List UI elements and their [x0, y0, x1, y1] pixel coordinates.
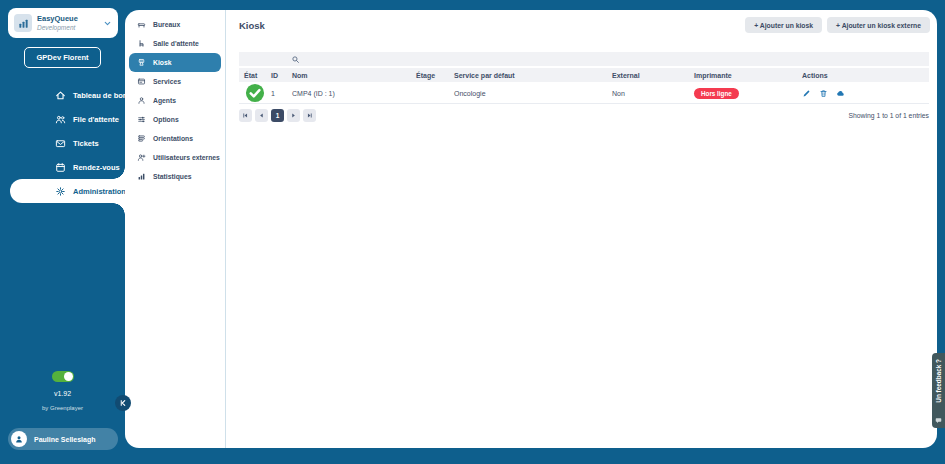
add-kiosk-button[interactable]: + Ajouter un kiosk [745, 17, 822, 33]
content-sheet: BureauxSalle d'attenteKioskServicesAgent… [125, 10, 937, 448]
sidebar-item-administration[interactable]: Administration [10, 179, 125, 203]
home-icon [55, 90, 66, 101]
printer-status-badge: Hors ligne [694, 88, 739, 99]
brand-name: EasyQueue [37, 15, 98, 24]
column-header-service-par-d-faut: Service par défaut [449, 72, 607, 79]
submenu-item-kiosk[interactable]: Kiosk [129, 53, 221, 72]
chevron-down-icon [103, 19, 112, 28]
submenu-item-salle-d-attente[interactable]: Salle d'attente [129, 34, 221, 53]
page-title: Kiosk [239, 20, 265, 31]
toggle-knob [64, 372, 73, 381]
credit-label: by Greenplayer [0, 405, 125, 411]
cell-service: Oncologie [449, 90, 607, 97]
sidebar-item-tickets[interactable]: Tickets [0, 131, 125, 155]
submenu-item-statistiques[interactable]: Statistiques [129, 167, 221, 186]
pagination-first-button[interactable] [239, 109, 252, 122]
brand-environment: Development [37, 24, 98, 31]
sidebar-item-tableau-de-bord[interactable]: Tableau de bord [0, 83, 125, 107]
submenu-item-bureaux[interactable]: Bureaux [129, 15, 221, 34]
version-label: v1.92 [0, 390, 125, 397]
options-icon [137, 115, 146, 124]
version-toggle[interactable] [52, 371, 74, 382]
pagination-page-button[interactable]: 1 [271, 109, 284, 122]
gear-icon [55, 186, 66, 197]
cell-actions [797, 89, 929, 98]
external-users-icon [137, 153, 146, 162]
table-header-row: ÉtatIDNomÉtageService par défautExternal… [239, 68, 929, 82]
queue-icon [55, 114, 66, 125]
submenu-item-utilisateurs-externes[interactable]: Utilisateurs externes [129, 148, 221, 167]
sidebar-item-label: Tickets [73, 139, 99, 148]
column-header-tage: Étage [411, 72, 449, 79]
table-search-band [239, 52, 929, 66]
agents-icon [137, 96, 146, 105]
add-external-kiosk-button[interactable]: + Ajouter un kiosk externe [827, 17, 930, 33]
speech-bubble-icon [935, 417, 942, 424]
submenu-item-orientations[interactable]: Orientations [129, 129, 221, 148]
submenu-item-services[interactable]: Services [129, 72, 221, 91]
table-body: 1CMP4 (ID : 1)OncologieNonHors ligne [239, 82, 929, 104]
submenu-item-label: Salle d'attente [153, 40, 199, 47]
pagination-next-button[interactable] [287, 109, 300, 122]
submenu-item-options[interactable]: Options [129, 110, 221, 129]
sidebar: EasyQueue Development GPDev Florent Tabl… [0, 0, 125, 464]
desk-icon [137, 20, 146, 29]
user-name: Pauline Selleslagh [34, 436, 95, 443]
kiosk-table: ÉtatIDNomÉtageService par défautExternal… [239, 52, 929, 122]
calendar-icon [55, 162, 66, 173]
cell-external: Non [607, 90, 689, 97]
edit-icon[interactable] [802, 89, 811, 98]
chair-icon [137, 39, 146, 48]
submenu-item-agents[interactable]: Agents [129, 91, 221, 110]
column-header-id: ID [266, 72, 287, 79]
stats-icon [137, 172, 146, 181]
user-profile-button[interactable]: Pauline Selleslagh [8, 428, 118, 450]
submenu-item-label: Agents [153, 97, 176, 104]
pagination: 1 [239, 109, 316, 122]
column-header-imprimante: Imprimante [689, 72, 797, 79]
cell-nom: CMP4 (ID : 1) [287, 90, 411, 97]
gpdev-florent-button[interactable]: GPDev Florent [24, 47, 101, 68]
submenu-item-label: Bureaux [153, 21, 180, 28]
user-avatar-icon [11, 431, 27, 447]
submenu-item-label: Options [153, 116, 179, 123]
cloud-upload-icon[interactable] [836, 89, 845, 98]
sidebar-nav: Tableau de bordFile d'attenteTicketsRend… [0, 83, 125, 203]
ticket-icon [55, 138, 66, 149]
services-icon [137, 77, 146, 86]
collapse-arrow-icon [118, 398, 128, 408]
sidebar-item-label: Administration [73, 187, 126, 196]
pagination-prev-button[interactable] [255, 109, 268, 122]
status-online-icon [244, 82, 266, 104]
orientations-icon [137, 134, 146, 143]
column-header-external: External [607, 72, 689, 79]
easyqueue-logo-icon [14, 14, 32, 32]
cell-etat [239, 82, 266, 104]
sidebar-item-rendez-vous[interactable]: Rendez-vous [0, 155, 125, 179]
pagination-last-button[interactable] [303, 109, 316, 122]
search-icon[interactable] [291, 55, 300, 64]
header-actions: + Ajouter un kiosk + Ajouter un kiosk ex… [745, 17, 930, 33]
main-content: Kiosk + Ajouter un kiosk + Ajouter un ki… [226, 10, 937, 448]
feedback-tab[interactable]: Un feedback ? [932, 353, 945, 428]
submenu-item-label: Orientations [153, 135, 193, 142]
column-header-actions: Actions [797, 72, 929, 79]
submenu-item-label: Services [153, 78, 181, 85]
delete-icon[interactable] [819, 89, 828, 98]
sidebar-item-label: Tableau de bord [73, 91, 130, 100]
column-header-tat: État [239, 72, 266, 79]
workspace-switcher[interactable]: EasyQueue Development [8, 8, 118, 38]
feedback-label: Un feedback ? [935, 359, 942, 403]
kiosk-icon [137, 58, 146, 67]
pagination-bar: 1 Showing 1 to 1 of 1 entries [239, 109, 929, 122]
cell-id: 1 [266, 90, 287, 97]
table-row: 1CMP4 (ID : 1)OncologieNonHors ligne [239, 82, 929, 104]
submenu-item-label: Kiosk [153, 59, 172, 66]
sidebar-collapse-button[interactable] [115, 395, 131, 411]
sidebar-item-file-d-attente[interactable]: File d'attente [0, 107, 125, 131]
admin-submenu: BureauxSalle d'attenteKioskServicesAgent… [125, 10, 226, 448]
submenu-item-label: Statistiques [153, 173, 192, 180]
column-header-nom: Nom [287, 72, 411, 79]
cell-imprimante: Hors ligne [689, 88, 797, 99]
submenu-item-label: Utilisateurs externes [153, 154, 220, 161]
